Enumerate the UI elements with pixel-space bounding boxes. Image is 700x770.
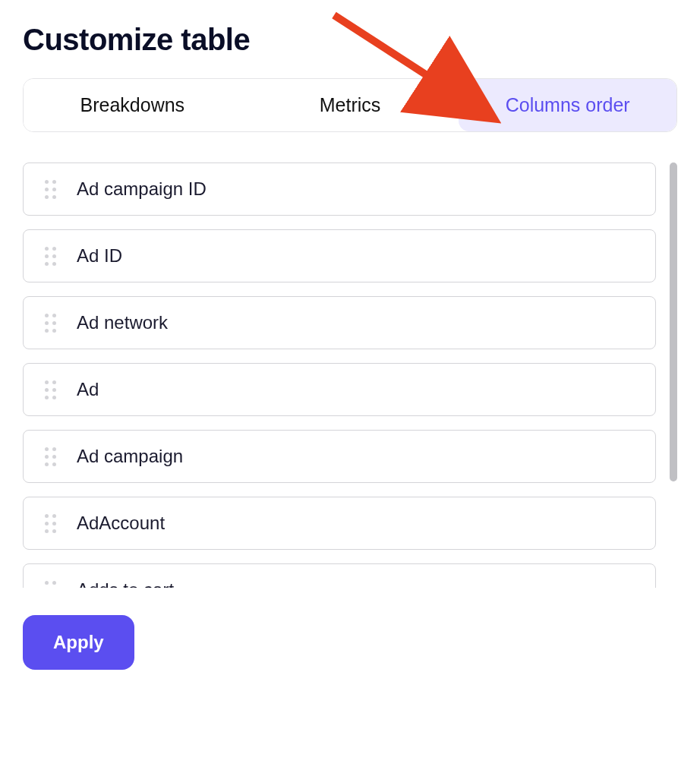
column-label: Ad campaign [77, 446, 183, 467]
scrollbar-thumb[interactable] [670, 163, 677, 481]
column-label: Ad campaign ID [77, 178, 207, 200]
column-row[interactable]: Ad ID [23, 229, 656, 282]
columns-scroll-area: Ad campaign ID Ad ID Ad network Ad Ad ca [23, 163, 667, 588]
drag-handle-icon[interactable] [42, 578, 58, 588]
columns-order-list: Ad campaign ID Ad ID Ad network Ad Ad ca [23, 163, 677, 588]
drag-handle-icon[interactable] [42, 177, 58, 201]
column-label: Ad network [77, 312, 168, 333]
column-row[interactable]: Ad campaign ID [23, 163, 656, 216]
column-row[interactable]: AdAccount [23, 497, 656, 550]
drag-handle-icon[interactable] [42, 444, 58, 469]
tab-columns-order[interactable]: Columns order [459, 79, 676, 131]
tabs-container: Breakdowns Metrics Columns order [23, 78, 677, 132]
column-label: AdAccount [77, 513, 165, 534]
tab-metrics[interactable]: Metrics [241, 79, 459, 131]
column-label: Ad ID [77, 245, 122, 267]
drag-handle-icon[interactable] [42, 377, 58, 402]
drag-handle-icon[interactable] [42, 311, 58, 335]
column-label: Ad [77, 379, 99, 400]
column-label: Adds to cart [77, 579, 174, 588]
scrollbar-track[interactable] [670, 163, 677, 588]
tab-breakdowns[interactable]: Breakdowns [24, 79, 241, 131]
column-row[interactable]: Adds to cart [23, 563, 656, 588]
apply-button[interactable]: Apply [23, 615, 134, 670]
page-title: Customize table [23, 23, 677, 57]
column-row[interactable]: Ad campaign [23, 430, 656, 483]
column-row[interactable]: Ad [23, 363, 656, 416]
column-row[interactable]: Ad network [23, 296, 656, 349]
drag-handle-icon[interactable] [42, 244, 58, 268]
drag-handle-icon[interactable] [42, 511, 58, 535]
